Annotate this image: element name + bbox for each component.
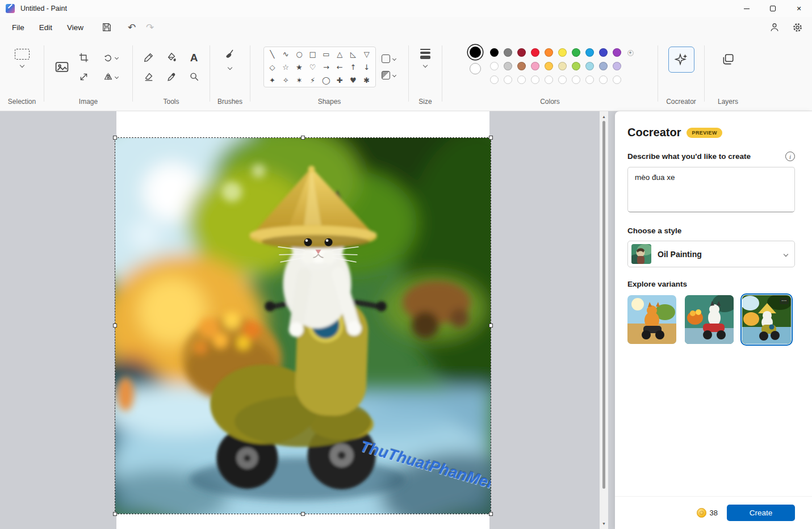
color-swatch[interactable] [558, 75, 567, 84]
shape-item[interactable]: ◇ [266, 61, 279, 74]
shape-item[interactable]: ✚ [333, 74, 346, 87]
variant-thumbnail-1[interactable] [627, 295, 676, 344]
color-swatch[interactable] [599, 48, 608, 57]
selection-handle[interactable] [113, 136, 117, 140]
shape-item[interactable]: ╲ [266, 48, 279, 61]
create-button[interactable]: Create [727, 505, 795, 521]
rotate-button[interactable] [103, 53, 118, 62]
shape-item[interactable]: ← [333, 61, 346, 74]
selection-handle[interactable] [301, 136, 305, 140]
vertical-scrollbar[interactable]: ▲ ▼ [600, 111, 608, 529]
variant-thumbnail-3-selected[interactable]: ⋯ [742, 295, 791, 344]
shape-item[interactable]: ✱ [360, 74, 374, 87]
color-picker-tool-button[interactable] [166, 72, 177, 82]
color-swatch[interactable] [572, 48, 580, 57]
eraser-tool-button[interactable] [144, 72, 154, 82]
shape-item[interactable]: □ [306, 48, 320, 61]
color-swatch[interactable] [545, 62, 553, 70]
prompt-input[interactable]: mèo đua xe [627, 167, 795, 212]
menu-file[interactable]: File [5, 20, 32, 35]
selection-handle[interactable] [489, 324, 493, 328]
flip-button[interactable] [103, 72, 118, 82]
shape-item[interactable]: △ [333, 48, 346, 61]
info-icon[interactable]: i [785, 152, 795, 161]
maximize-button[interactable] [760, 0, 786, 17]
scrollbar-thumb[interactable] [602, 121, 605, 489]
shape-item[interactable]: ✶ [292, 74, 306, 87]
color-swatch[interactable] [613, 62, 621, 70]
close-button[interactable]: ✕ [786, 0, 812, 17]
selection-tool-button[interactable] [8, 44, 36, 72]
color-swatch[interactable] [517, 62, 526, 70]
color-swatch[interactable] [504, 75, 512, 84]
shape-item[interactable]: ◺ [346, 48, 360, 61]
color-swatch[interactable] [504, 48, 512, 57]
color-swatch[interactable] [531, 75, 539, 84]
redo-button[interactable]: ↷ [141, 19, 159, 35]
layers-button[interactable] [715, 47, 741, 73]
variant-thumbnail-2[interactable] [685, 295, 734, 344]
color-swatch[interactable] [558, 62, 567, 70]
color-swatch[interactable] [599, 75, 608, 84]
magnifier-tool-button[interactable] [189, 72, 199, 82]
color-swatch[interactable] [490, 48, 499, 57]
color-swatch[interactable] [599, 62, 608, 70]
menu-edit[interactable]: Edit [32, 20, 60, 35]
secondary-color-swatch[interactable] [470, 63, 481, 74]
selection-handle[interactable] [489, 136, 493, 140]
settings-button[interactable] [788, 19, 806, 35]
image-options-button[interactable] [55, 60, 69, 74]
color-swatch[interactable] [490, 75, 499, 84]
color-swatch[interactable] [545, 75, 553, 84]
account-button[interactable] [765, 19, 784, 35]
color-swatch[interactable] [531, 48, 539, 57]
color-swatch[interactable] [558, 48, 567, 57]
color-swatch[interactable] [531, 62, 539, 70]
resize-button[interactable] [79, 72, 89, 82]
shape-item[interactable]: → [320, 61, 333, 74]
color-swatch[interactable] [517, 75, 526, 84]
style-dropdown[interactable]: Oil Painting [627, 241, 795, 267]
crop-button[interactable] [79, 53, 89, 62]
shape-item[interactable]: ⚡ [306, 74, 320, 87]
color-swatch[interactable] [613, 48, 621, 57]
color-swatch[interactable] [517, 48, 526, 57]
pencil-tool-button[interactable] [144, 52, 154, 62]
cocreator-button[interactable] [668, 47, 694, 73]
shape-item[interactable]: ↓ [360, 61, 374, 74]
color-swatch[interactable] [504, 62, 512, 70]
size-button[interactable] [420, 49, 430, 67]
scroll-down-icon[interactable]: ▼ [602, 519, 606, 529]
undo-button[interactable]: ↶ [123, 19, 141, 35]
shape-item[interactable]: ♥ [346, 74, 360, 87]
selection-handle[interactable] [113, 324, 117, 328]
shape-item[interactable]: ◯ [320, 74, 333, 87]
menu-view[interactable]: View [60, 20, 91, 35]
shape-item[interactable]: ☆ [279, 61, 292, 74]
scroll-up-icon[interactable]: ▲ [602, 111, 606, 121]
shape-item[interactable]: ♡ [306, 61, 320, 74]
minimize-button[interactable] [734, 0, 760, 17]
fill-tool-button[interactable] [166, 52, 177, 62]
shape-fill-button[interactable] [382, 71, 396, 79]
shape-item[interactable]: ▭ [320, 48, 333, 61]
selection-handle[interactable] [301, 512, 305, 516]
variant-menu-button[interactable]: ⋯ [780, 297, 789, 304]
color-swatch[interactable] [613, 75, 621, 84]
drawing-canvas[interactable]: ThuThuatPhanMem.vn [116, 111, 489, 529]
shape-item[interactable]: ↑ [346, 61, 360, 74]
color-swatch[interactable] [585, 75, 594, 84]
brushes-button[interactable] [224, 49, 236, 69]
shape-item[interactable]: ★ [292, 61, 306, 74]
selection-marquee[interactable]: ThuThuatPhanMem.vn [115, 137, 491, 514]
color-swatch[interactable] [572, 62, 580, 70]
selection-handle[interactable] [489, 512, 493, 516]
save-button[interactable] [98, 19, 116, 35]
color-swatch[interactable] [585, 62, 594, 70]
shape-item[interactable]: ✧ [279, 74, 292, 87]
color-swatch[interactable] [585, 48, 594, 57]
color-swatch[interactable] [572, 75, 580, 84]
selection-handle[interactable] [113, 512, 117, 516]
color-swatch[interactable] [490, 62, 499, 70]
primary-color-swatch[interactable] [470, 47, 481, 58]
